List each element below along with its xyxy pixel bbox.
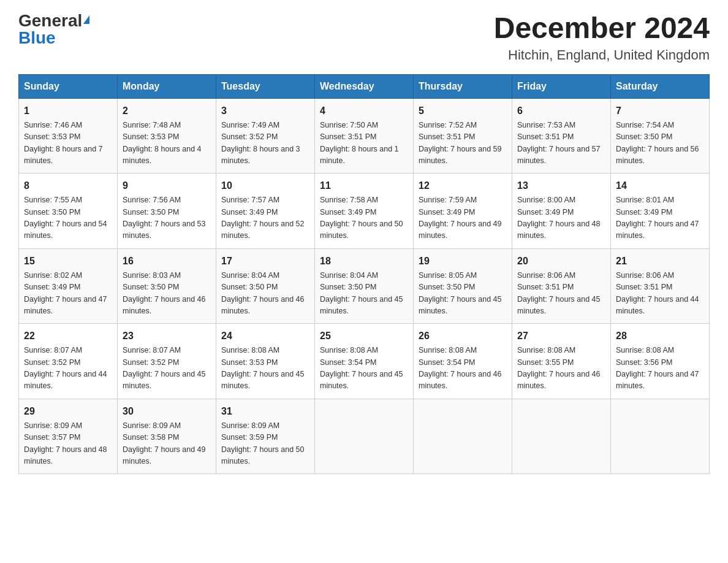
logo-general: General — [18, 12, 82, 29]
day-info: Sunrise: 8:00 AMSunset: 3:49 PMDaylight:… — [517, 194, 605, 242]
page-header: General Blue December 2024 Hitchin, Engl… — [18, 12, 710, 63]
calendar-cell — [315, 399, 414, 474]
calendar-subtitle: Hitchin, England, United Kingdom — [494, 47, 710, 63]
day-number: 5 — [419, 104, 507, 118]
day-info: Sunrise: 8:08 AMSunset: 3:53 PMDaylight:… — [221, 345, 309, 393]
calendar-week-row: 8Sunrise: 7:55 AMSunset: 3:50 PMDaylight… — [19, 174, 710, 249]
day-number: 30 — [123, 404, 211, 419]
weekday-header-row: SundayMondayTuesdayWednesdayThursdayFrid… — [19, 74, 710, 98]
weekday-header-monday: Monday — [118, 74, 216, 98]
calendar-cell: 12Sunrise: 7:59 AMSunset: 3:49 PMDayligh… — [414, 174, 512, 249]
day-number: 2 — [123, 104, 211, 118]
calendar-cell: 20Sunrise: 8:06 AMSunset: 3:51 PMDayligh… — [512, 248, 611, 324]
calendar-week-row: 1Sunrise: 7:46 AMSunset: 3:53 PMDaylight… — [19, 98, 710, 174]
calendar-cell: 28Sunrise: 8:08 AMSunset: 3:56 PMDayligh… — [611, 324, 710, 399]
calendar-cell: 18Sunrise: 8:04 AMSunset: 3:50 PMDayligh… — [315, 248, 414, 324]
day-info: Sunrise: 7:57 AMSunset: 3:49 PMDaylight:… — [221, 194, 309, 242]
day-info: Sunrise: 7:52 AMSunset: 3:51 PMDaylight:… — [419, 120, 507, 167]
weekday-header-sunday: Sunday — [19, 74, 118, 98]
weekday-header-friday: Friday — [512, 74, 611, 98]
logo-arrow-icon — [83, 15, 89, 24]
day-info: Sunrise: 7:48 AMSunset: 3:53 PMDaylight:… — [123, 120, 211, 167]
day-number: 20 — [517, 254, 605, 269]
calendar-cell: 1Sunrise: 7:46 AMSunset: 3:53 PMDaylight… — [19, 98, 118, 174]
day-number: 27 — [517, 329, 605, 343]
day-number: 17 — [221, 254, 309, 269]
weekday-header-saturday: Saturday — [611, 74, 710, 98]
title-block: December 2024 Hitchin, England, United K… — [494, 12, 710, 63]
day-info: Sunrise: 8:08 AMSunset: 3:54 PMDaylight:… — [419, 345, 507, 393]
day-number: 8 — [24, 178, 112, 193]
day-number: 19 — [419, 254, 507, 269]
day-number: 26 — [419, 329, 507, 343]
day-number: 18 — [320, 254, 408, 269]
day-number: 14 — [616, 178, 704, 193]
day-info: Sunrise: 8:01 AMSunset: 3:49 PMDaylight:… — [616, 194, 704, 242]
calendar-cell — [611, 399, 710, 474]
calendar-cell: 24Sunrise: 8:08 AMSunset: 3:53 PMDayligh… — [216, 324, 315, 399]
calendar-cell: 5Sunrise: 7:52 AMSunset: 3:51 PMDaylight… — [414, 98, 512, 174]
weekday-header-wednesday: Wednesday — [315, 74, 414, 98]
calendar-cell: 23Sunrise: 8:07 AMSunset: 3:52 PMDayligh… — [118, 324, 216, 399]
day-number: 1 — [24, 104, 112, 118]
day-info: Sunrise: 8:08 AMSunset: 3:55 PMDaylight:… — [517, 345, 605, 393]
day-info: Sunrise: 7:49 AMSunset: 3:52 PMDaylight:… — [221, 120, 309, 167]
calendar-title: December 2024 — [494, 12, 710, 45]
day-number: 24 — [221, 329, 309, 343]
day-number: 7 — [616, 104, 704, 118]
day-info: Sunrise: 7:56 AMSunset: 3:50 PMDaylight:… — [123, 194, 211, 242]
day-number: 10 — [221, 178, 309, 193]
calendar-cell: 26Sunrise: 8:08 AMSunset: 3:54 PMDayligh… — [414, 324, 512, 399]
day-number: 3 — [221, 104, 309, 118]
day-info: Sunrise: 7:46 AMSunset: 3:53 PMDaylight:… — [24, 120, 112, 167]
day-info: Sunrise: 8:09 AMSunset: 3:57 PMDaylight:… — [24, 420, 112, 468]
weekday-header-thursday: Thursday — [414, 74, 512, 98]
day-number: 22 — [24, 329, 112, 343]
day-number: 6 — [517, 104, 605, 118]
day-info: Sunrise: 8:07 AMSunset: 3:52 PMDaylight:… — [24, 345, 112, 393]
calendar-body: 1Sunrise: 7:46 AMSunset: 3:53 PMDaylight… — [19, 98, 710, 474]
day-number: 21 — [616, 254, 704, 269]
calendar-cell: 6Sunrise: 7:53 AMSunset: 3:51 PMDaylight… — [512, 98, 611, 174]
calendar-cell: 10Sunrise: 7:57 AMSunset: 3:49 PMDayligh… — [216, 174, 315, 249]
calendar-cell: 15Sunrise: 8:02 AMSunset: 3:49 PMDayligh… — [19, 248, 118, 324]
calendar-cell: 19Sunrise: 8:05 AMSunset: 3:50 PMDayligh… — [414, 248, 512, 324]
day-info: Sunrise: 8:07 AMSunset: 3:52 PMDaylight:… — [123, 345, 211, 393]
day-info: Sunrise: 7:59 AMSunset: 3:49 PMDaylight:… — [419, 194, 507, 242]
day-info: Sunrise: 7:58 AMSunset: 3:49 PMDaylight:… — [320, 194, 408, 242]
calendar-cell: 16Sunrise: 8:03 AMSunset: 3:50 PMDayligh… — [118, 248, 216, 324]
day-info: Sunrise: 7:54 AMSunset: 3:50 PMDaylight:… — [616, 120, 704, 167]
day-info: Sunrise: 8:03 AMSunset: 3:50 PMDaylight:… — [123, 270, 211, 318]
day-number: 23 — [123, 329, 211, 343]
calendar-cell: 2Sunrise: 7:48 AMSunset: 3:53 PMDaylight… — [118, 98, 216, 174]
calendar-header: SundayMondayTuesdayWednesdayThursdayFrid… — [19, 74, 710, 98]
day-number: 28 — [616, 329, 704, 343]
calendar-cell: 30Sunrise: 8:09 AMSunset: 3:58 PMDayligh… — [118, 399, 216, 474]
day-info: Sunrise: 8:09 AMSunset: 3:58 PMDaylight:… — [123, 420, 211, 468]
calendar-cell: 13Sunrise: 8:00 AMSunset: 3:49 PMDayligh… — [512, 174, 611, 249]
calendar-cell — [414, 399, 512, 474]
calendar-cell: 7Sunrise: 7:54 AMSunset: 3:50 PMDaylight… — [611, 98, 710, 174]
logo: General Blue — [18, 12, 89, 47]
calendar-cell: 27Sunrise: 8:08 AMSunset: 3:55 PMDayligh… — [512, 324, 611, 399]
day-info: Sunrise: 8:06 AMSunset: 3:51 PMDaylight:… — [616, 270, 704, 318]
day-info: Sunrise: 8:04 AMSunset: 3:50 PMDaylight:… — [320, 270, 408, 318]
calendar-cell: 11Sunrise: 7:58 AMSunset: 3:49 PMDayligh… — [315, 174, 414, 249]
day-info: Sunrise: 7:55 AMSunset: 3:50 PMDaylight:… — [24, 194, 112, 242]
calendar-cell: 29Sunrise: 8:09 AMSunset: 3:57 PMDayligh… — [19, 399, 118, 474]
day-info: Sunrise: 8:08 AMSunset: 3:54 PMDaylight:… — [320, 345, 408, 393]
calendar-table: SundayMondayTuesdayWednesdayThursdayFrid… — [18, 74, 710, 475]
day-info: Sunrise: 8:06 AMSunset: 3:51 PMDaylight:… — [517, 270, 605, 318]
calendar-cell: 14Sunrise: 8:01 AMSunset: 3:49 PMDayligh… — [611, 174, 710, 249]
day-number: 9 — [123, 178, 211, 193]
calendar-week-row: 22Sunrise: 8:07 AMSunset: 3:52 PMDayligh… — [19, 324, 710, 399]
calendar-cell: 3Sunrise: 7:49 AMSunset: 3:52 PMDaylight… — [216, 98, 315, 174]
calendar-cell: 21Sunrise: 8:06 AMSunset: 3:51 PMDayligh… — [611, 248, 710, 324]
day-info: Sunrise: 8:02 AMSunset: 3:49 PMDaylight:… — [24, 270, 112, 318]
day-number: 13 — [517, 178, 605, 193]
day-number: 31 — [221, 404, 309, 419]
day-number: 11 — [320, 178, 408, 193]
day-number: 29 — [24, 404, 112, 419]
day-info: Sunrise: 8:04 AMSunset: 3:50 PMDaylight:… — [221, 270, 309, 318]
day-info: Sunrise: 8:08 AMSunset: 3:56 PMDaylight:… — [616, 345, 704, 393]
